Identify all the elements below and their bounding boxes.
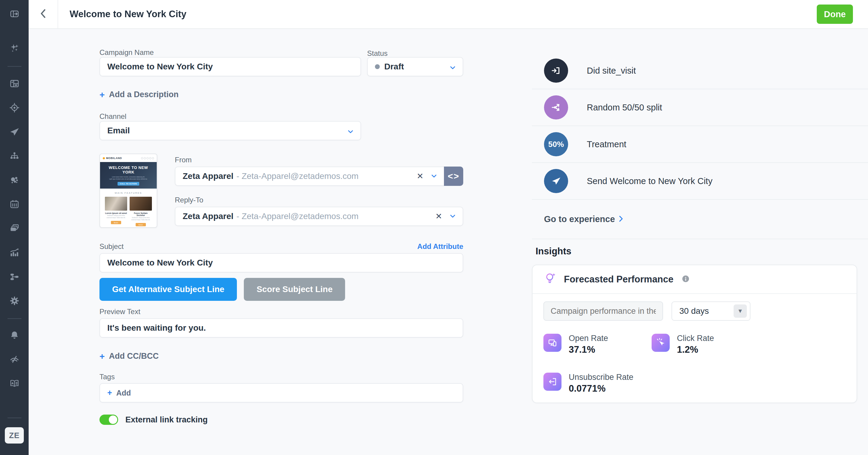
- journey-icon: [9, 272, 20, 283]
- reply-to-name: Zeta Apparel: [183, 211, 234, 221]
- sidebar-item-notifications[interactable]: [0, 324, 29, 348]
- sidebar-item-segments[interactable]: [0, 169, 29, 193]
- add-ccbcc-label: Add CC/BCC: [109, 351, 159, 361]
- sidebar-divider: [7, 318, 22, 319]
- email-feature-button: Button: [135, 223, 146, 226]
- flow-step-send[interactable]: Send Welcome to New York City: [532, 163, 868, 200]
- forecast-range-value: 30 days: [679, 306, 709, 316]
- add-attribute-link[interactable]: Add Attribute: [417, 242, 463, 251]
- external-link-tracking-row: External link tracking: [99, 415, 208, 425]
- add-description-link[interactable]: + Add a Description: [99, 90, 179, 99]
- metric-open-rate: Open Rate 37.1%: [544, 334, 652, 355]
- chevron-down-icon: [348, 126, 353, 136]
- forecast-query-input[interactable]: [544, 302, 663, 321]
- card-title: Forecasted Performance: [564, 274, 674, 285]
- page-title: Welcome to New York City: [70, 9, 187, 20]
- flow-step-label: Did site_visit: [587, 66, 636, 76]
- forecast-range-select[interactable]: 30 days ▼: [672, 302, 750, 321]
- score-subject-button[interactable]: Score Subject Line: [244, 278, 345, 301]
- get-alternative-subject-button[interactable]: Get Alternative Subject Line: [99, 278, 237, 301]
- app-sidebar: ZE: [0, 0, 29, 455]
- campaign-form: Campaign Name Status Draft + Add a Descr…: [99, 29, 463, 455]
- send-plane-icon: [544, 169, 568, 193]
- chevron-down-icon[interactable]: [450, 214, 456, 219]
- sparkles-icon: [10, 43, 19, 54]
- edit-code-button[interactable]: <>: [444, 167, 463, 186]
- plus-icon: +: [99, 352, 105, 361]
- reply-to-field[interactable]: Zeta Apparel - Zeta-Apparel@zetademos.co…: [175, 207, 463, 226]
- sidebar-divider: [7, 66, 22, 67]
- sidebar-item-dashboard[interactable]: [0, 72, 29, 96]
- back-button[interactable]: [29, 0, 58, 29]
- subject-label: Subject: [99, 242, 124, 251]
- campaign-name-input[interactable]: [99, 57, 361, 76]
- add-ccbcc-link[interactable]: + Add CC/BCC: [99, 351, 159, 361]
- workspace-avatar[interactable]: ZE: [5, 427, 24, 444]
- settings-icon: [9, 296, 20, 307]
- cards-icon: [9, 223, 20, 235]
- clear-icon[interactable]: ✕: [434, 211, 443, 221]
- sidebar-item-audiences[interactable]: [0, 96, 29, 120]
- email-section-title: MAIN FEATURES: [100, 192, 157, 194]
- chevron-down-icon[interactable]: [431, 173, 437, 179]
- channel-value: Email: [107, 126, 130, 136]
- status-dot-icon: [375, 64, 380, 69]
- from-email: - Zeta-Apparel@zetademos.com: [237, 171, 359, 181]
- sidebar-item-settings[interactable]: [0, 289, 29, 313]
- email-cta-button: CALL TO ACTION: [118, 182, 139, 186]
- sidebar-item-calendar[interactable]: [0, 193, 29, 217]
- chevron-right-icon: [619, 216, 623, 223]
- add-tag-link[interactable]: + Add: [107, 389, 131, 397]
- add-tag-label: Add: [116, 389, 131, 397]
- tags-label: Tags: [99, 373, 115, 381]
- brand-name: MOBILAND: [106, 157, 122, 160]
- flow-step-label: Random 50/50 split: [587, 103, 662, 113]
- subject-input[interactable]: [99, 253, 463, 273]
- topbar: Welcome to New York City Done: [29, 0, 868, 29]
- send-icon: [9, 127, 20, 138]
- analytics-icon: [9, 248, 20, 259]
- email-template-thumbnail[interactable]: MOBILAND WELCOME TO NEW YORK Lorem ipsum…: [99, 153, 157, 228]
- signal-icon: [9, 354, 20, 366]
- lightbulb-icon: [544, 272, 557, 287]
- channel-dropdown[interactable]: Email: [99, 121, 361, 140]
- email-hero: WELCOME TO NEW YORK Lorem ipsum dolor si…: [100, 162, 157, 189]
- sidebar-item-knowledge-base[interactable]: [0, 372, 29, 396]
- done-button[interactable]: Done: [817, 4, 853, 24]
- code-icon: <>: [447, 171, 459, 181]
- bell-icon: [9, 330, 20, 342]
- sidebar-item-content[interactable]: [0, 217, 29, 241]
- go-to-experience-link[interactable]: Go to experience: [532, 200, 868, 239]
- tags-field[interactable]: + Add: [99, 383, 463, 402]
- flow-step-entry[interactable]: Did site_visit: [532, 53, 868, 89]
- sidebar-item-campaigns[interactable]: [0, 120, 29, 144]
- external-link-tracking-toggle[interactable]: [99, 415, 118, 425]
- topbar-divider: [58, 0, 58, 29]
- preview-text-input[interactable]: [99, 318, 463, 338]
- chevron-left-icon: [40, 9, 46, 19]
- sidebar-item-ai[interactable]: [0, 36, 29, 61]
- plus-icon: +: [107, 389, 112, 397]
- enter-event-icon: [544, 59, 568, 83]
- from-field[interactable]: Zeta Apparel - Zeta-Apparel@zetademos.co…: [175, 167, 444, 186]
- channel-label: Channel: [99, 112, 126, 121]
- email-feature-1: Lorem Ipsum sit amet Vestibulum aliquip …: [105, 197, 127, 227]
- sidebar-item-reports[interactable]: [0, 241, 29, 265]
- sidebar-divider: [7, 418, 22, 418]
- info-icon[interactable]: [681, 275, 690, 284]
- status-dropdown[interactable]: Draft: [367, 57, 463, 76]
- dropdown-arrow-icon: ▼: [734, 305, 747, 318]
- flow-step-split[interactable]: Random 50/50 split: [532, 89, 868, 126]
- flow-step-treatment[interactable]: 50% Treatment: [532, 126, 868, 163]
- percent-badge: 50%: [544, 132, 568, 156]
- sidebar-item-structure[interactable]: [0, 144, 29, 169]
- sidebar-toggle-button[interactable]: [0, 0, 29, 29]
- clear-icon[interactable]: ✕: [415, 171, 425, 181]
- chevron-down-icon: [450, 62, 456, 72]
- sidebar-item-experiences[interactable]: [0, 265, 29, 289]
- panel-toggle-icon: [9, 9, 20, 20]
- plus-icon: +: [99, 90, 105, 99]
- campaign-flow-panel: Did site_visit Random 50/50 split 50% Tr…: [532, 29, 868, 239]
- insights-section: Insights Forecasted Performa: [532, 239, 857, 403]
- sidebar-item-data-streams[interactable]: [0, 348, 29, 372]
